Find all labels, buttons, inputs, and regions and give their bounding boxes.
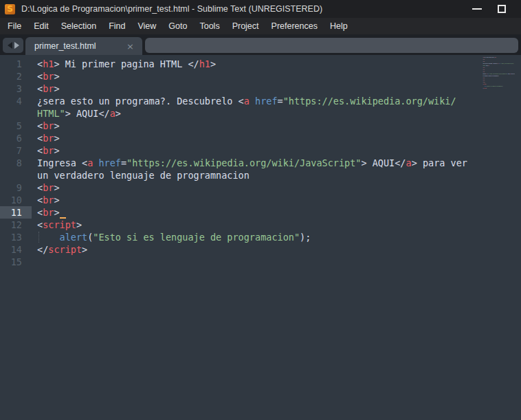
code-token: <	[37, 195, 43, 206]
minimize-button[interactable]	[465, 0, 489, 18]
line-number: 9	[0, 181, 32, 194]
code-row[interactable]: 11<br>	[0, 206, 521, 219]
menu-item-goto[interactable]: Goto	[162, 18, 193, 34]
code-line	[483, 89, 483, 91]
code-token	[37, 232, 60, 243]
code-token: br	[43, 133, 54, 144]
line-number: 12	[0, 219, 32, 231]
code-token: br	[43, 207, 54, 218]
code-token: <	[37, 133, 43, 144]
line-number	[0, 169, 32, 181]
code-row[interactable]: 1<h1> Mi primer pagina HTML </h1>	[0, 58, 521, 70]
menu-item-help[interactable]: Help	[324, 18, 354, 34]
code-token: >	[496, 56, 496, 58]
menu-item-project[interactable]: Project	[226, 18, 265, 34]
code-token: HTML"	[37, 108, 65, 119]
nav-back-icon[interactable]	[8, 42, 12, 49]
menu-item-edit[interactable]: Edit	[27, 18, 55, 34]
code-token: >	[54, 195, 59, 206]
code-token: >	[115, 108, 121, 119]
line-number: 5	[0, 120, 32, 132]
code-token: );	[502, 85, 503, 87]
menu-item-view[interactable]: View	[131, 18, 162, 34]
code-token: >	[54, 71, 59, 82]
code-row[interactable]: 4¿sera esto un programa?. Descubrelo <a …	[0, 95, 521, 107]
minimap[interactable]: <h1> Mi primer pagina HTML </h1><br><br>…	[483, 56, 518, 104]
code-token: <	[37, 219, 43, 230]
code-token: br	[43, 195, 54, 206]
code-token: br	[43, 71, 54, 82]
code-row[interactable]: 9<br>	[0, 181, 521, 194]
code-line: <h1> Mi primer pagina HTML </h1>	[32, 58, 216, 70]
tab-close-icon[interactable]: ×	[126, 41, 134, 52]
code-row[interactable]: un verdadero lenguaje de programnacion	[0, 169, 521, 181]
sublime-text-window: S D:\Logica de Programacion\primer_test.…	[0, 0, 521, 420]
code-token: br	[43, 120, 54, 131]
line-number: 7	[0, 144, 32, 157]
line-number	[0, 107, 32, 120]
code-token: alert	[60, 232, 88, 243]
code-token: >	[489, 65, 489, 67]
menu-item-preferences[interactable]: Preferences	[265, 18, 324, 34]
code-token: );	[300, 232, 311, 243]
code-row[interactable]: 8Ingresa <a href="https://es.wikipedia.o…	[0, 157, 521, 169]
code-token: h1	[199, 58, 210, 69]
code-row[interactable]: 5<br>	[0, 120, 521, 132]
code-token: "Esto si es lenguaje de programacion"	[487, 85, 502, 87]
tab-bar-empty-area[interactable]	[145, 38, 518, 53]
code-token: > para ver	[412, 157, 467, 168]
code-token: > Mi primer pagina HTML </	[484, 56, 495, 58]
tab-bar: primer_test.html ×	[0, 34, 521, 55]
code-token: script	[48, 244, 82, 255]
code-token: h1	[43, 58, 54, 69]
code-token: >	[54, 207, 59, 218]
menu-item-selection[interactable]: Selection	[55, 18, 102, 34]
window-title: D:\Logica de Programacion\primer_test.ht…	[21, 4, 322, 14]
code-row[interactable]	[483, 89, 518, 91]
code-token: =	[121, 157, 126, 168]
menu-bar: FileEditSelectionFindViewGotoToolsProjec…	[0, 18, 521, 34]
line-number: 14	[0, 243, 32, 256]
menu-item-file[interactable]: File	[1, 18, 27, 34]
code-line: <br>	[32, 144, 60, 157]
code-line: un verdadero lenguaje de programnacion	[32, 169, 250, 181]
code-line	[32, 256, 37, 268]
code-row[interactable]: HTML"> AQUI</a>	[0, 107, 521, 120]
code-line: <br>	[32, 82, 60, 95]
title-bar[interactable]: S D:\Logica de Programacion\primer_test.…	[0, 0, 521, 18]
code-row[interactable]: 2<br>	[0, 70, 521, 82]
code-token: >	[54, 133, 59, 144]
code-row[interactable]: 14</script>	[0, 243, 521, 256]
code-line: <br>	[32, 181, 60, 194]
code-row[interactable]: 10<br>	[0, 194, 521, 206]
code-token: >	[54, 120, 59, 131]
tab-primer-test[interactable]: primer_test.html ×	[25, 37, 142, 55]
code-line: </script>	[483, 87, 487, 89]
line-number: 10	[0, 194, 32, 206]
code-row[interactable]: 12<script>	[0, 219, 521, 231]
maximize-button[interactable]	[489, 0, 514, 18]
code-token	[250, 96, 255, 107]
sublime-logo-icon: S	[5, 4, 15, 14]
nav-forward-icon[interactable]	[14, 42, 19, 49]
menu-item-find[interactable]: Find	[102, 18, 131, 34]
code-line: <br>	[32, 194, 60, 206]
code-editor[interactable]: 1<h1> Mi primer pagina HTML </h1>2<br>3<…	[0, 55, 521, 420]
code-row[interactable]: 7<br>	[0, 144, 521, 157]
code-row[interactable]: 3<br>	[0, 82, 521, 95]
tab-nav-arrows[interactable]	[3, 38, 23, 53]
code-token: >	[210, 58, 216, 69]
code-area[interactable]: 1<h1> Mi primer pagina HTML </h1>2<br>3<…	[0, 58, 521, 268]
minimap-content: <h1> Mi primer pagina HTML </h1><br><br>…	[483, 56, 518, 91]
tab-label: primer_test.html	[34, 41, 126, 51]
code-row[interactable]: 13 alert("Esto si es lenguaje de program…	[0, 231, 521, 243]
code-token: br	[43, 182, 54, 193]
code-row[interactable]: 6<br>	[0, 132, 521, 144]
code-token: >	[486, 87, 487, 89]
code-row[interactable]: 15	[0, 256, 521, 268]
code-token: <	[37, 83, 43, 94]
code-token: a	[244, 96, 250, 107]
menu-item-tools[interactable]: Tools	[193, 18, 225, 34]
code-token: <	[37, 207, 43, 218]
code-token: un verdadero lenguaje de programnacion	[37, 170, 250, 181]
